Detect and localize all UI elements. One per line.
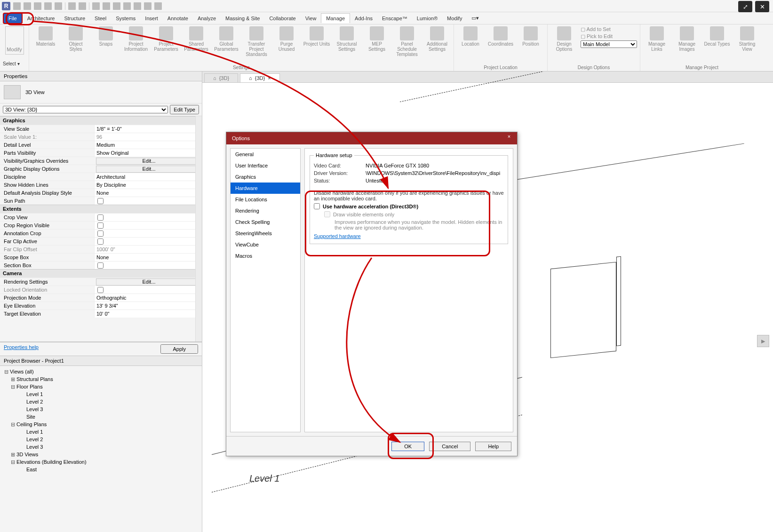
qat-icon[interactable] [34,2,41,10]
prop-value[interactable]: 1/8" = 1'-0" [94,125,202,133]
tree-node[interactable]: Level 1 [4,390,198,398]
dialog-nav-item[interactable]: SteeringWheels [231,228,300,239]
tree-node[interactable]: Level 2 [4,398,198,405]
tab-view[interactable]: View [301,14,321,23]
tab-manage[interactable]: Manage [321,13,350,23]
ribbon-item[interactable]: Position [517,26,544,47]
ribbon-item[interactable]: Project Units [303,26,330,57]
prop-edit-button[interactable]: Edit... [96,158,200,165]
ribbon-item[interactable]: Global Parameters [213,26,240,57]
dialog-nav-item[interactable]: Graphics [231,171,300,183]
prop-group-header[interactable]: Graphics⌃ [0,116,202,125]
prop-value[interactable]: Architectural [94,173,202,181]
dialog-nav-item[interactable]: ViewCube [231,239,300,250]
prop-value[interactable]: None [94,189,202,197]
prop-checkbox[interactable] [97,262,104,269]
tab-add-ins[interactable]: Add-Ins [350,14,377,23]
ribbon-item[interactable]: Structural Settings [333,26,360,57]
tree-expander-icon[interactable]: ⊟ [10,421,15,428]
help-button[interactable]: Help [475,442,511,451]
close-button[interactable]: ✕ [755,1,769,12]
tab-file[interactable]: File [3,13,23,24]
tree-node[interactable]: ⊟ Views (all) [4,368,198,375]
design-option-item[interactable]: ▢ Pick to Edit [581,33,637,40]
cancel-button[interactable]: Cancel [429,442,470,451]
ribbon-item[interactable]: Object Styles [62,26,89,57]
dialog-nav-item[interactable]: Macros [231,250,300,262]
ribbon-item[interactable]: Panel Schedule Templates [393,26,421,57]
tree-node[interactable]: ⊟ Floor Plans [4,383,198,390]
tab-annotate[interactable]: Annotate [163,14,193,23]
prop-value[interactable] [94,238,202,245]
supported-hardware-link[interactable]: Supported hardware [314,233,361,239]
tab-lumion[interactable]: Lumion® [412,14,442,23]
select-dropdown[interactable]: Select ▾ [3,61,20,66]
qat-undo-icon[interactable] [68,2,76,10]
prop-edit-button[interactable]: Edit... [96,166,200,173]
tree-expander-icon[interactable]: ⊞ [10,375,15,383]
prop-value[interactable]: 96 [94,133,202,141]
ribbon-item[interactable]: Starting View [733,26,761,52]
tab-collaborate[interactable]: Collaborate [264,14,300,23]
modify-button[interactable]: Modify [5,26,24,55]
tab-systems[interactable]: Systems [111,14,140,23]
tree-node[interactable]: ⊞ Structural Plans [4,375,198,383]
tab-analyze[interactable]: Analyze [193,14,221,23]
ribbon-item[interactable]: Project Information [122,26,150,57]
tab-enscape[interactable]: Enscape™ [377,14,412,23]
scrollbar[interactable] [195,116,202,341]
ribbon-item[interactable]: Design Options [550,26,578,52]
tab-close-icon[interactable]: × [268,75,271,81]
main-model-select[interactable]: Main Model [581,40,637,48]
ribbon-item[interactable]: MEP Settings [363,26,390,57]
nav-arrow-icon[interactable]: ▶ [757,335,769,347]
qat-icon[interactable] [55,2,62,10]
dialog-nav-item[interactable]: General [231,149,300,160]
tree-node[interactable]: ⊟ Ceiling Plans [4,421,198,428]
tab-insert[interactable]: Insert [140,14,163,23]
view-instance-select[interactable]: 3D View: {3D} [3,106,168,113]
qat-icon[interactable] [113,2,120,10]
dialog-close-icon[interactable]: × [504,134,514,143]
tab-overflow[interactable]: ▭▾ [467,13,484,23]
prop-value[interactable]: Medium [94,141,202,149]
tree-node[interactable]: East [4,466,198,473]
ribbon-item[interactable]: Materials [32,26,59,57]
prop-value[interactable] [94,214,202,221]
tab-modify[interactable]: Modify [442,14,467,23]
prop-value[interactable]: Show Original [94,149,202,157]
prop-value[interactable]: 10' 0" [94,310,202,318]
ribbon-item[interactable]: Manage Links [643,26,670,52]
ribbon-item[interactable]: Snaps [92,26,120,57]
tree-node[interactable]: Level 1 [4,428,198,436]
ribbon-item[interactable]: Shared Parameters [183,26,210,57]
prop-value[interactable]: Orthographic [94,294,202,302]
prop-checkbox[interactable] [97,198,104,204]
prop-value[interactable] [94,197,202,205]
design-option-item[interactable]: ▢ Add to Set [581,26,637,32]
tab-massing-site[interactable]: Massing & Site [221,14,264,23]
apply-button[interactable]: Apply [160,344,198,354]
tab-structure[interactable]: Structure [59,14,90,23]
qat-icon[interactable] [103,2,110,10]
qat-icon[interactable] [154,2,162,10]
qat-icon[interactable] [13,2,21,10]
ribbon-item[interactable]: Manage Images [673,26,701,52]
prop-group-header[interactable]: Extents⌃ [0,205,202,213]
ribbon-item[interactable]: Decal Types [703,26,731,52]
ok-button[interactable]: OK [391,442,424,451]
qat-icon[interactable] [134,2,141,10]
hardware-accel-checkbox[interactable] [314,203,320,209]
prop-checkbox[interactable] [97,214,104,221]
prop-checkbox[interactable] [97,222,104,229]
doc-tab-active[interactable]: ⌂{3D}× [240,73,280,82]
prop-checkbox[interactable] [97,230,104,237]
properties-help-link[interactable]: Properties help [4,344,39,354]
qat-icon[interactable] [24,2,31,10]
prop-value[interactable]: None [94,254,202,261]
tree-node[interactable]: ⊞ 3D Views [4,451,198,458]
qat-icon[interactable] [44,2,52,10]
ribbon-item[interactable]: Location [457,26,484,47]
qat-icon[interactable] [144,2,151,10]
prop-value[interactable] [94,262,202,269]
